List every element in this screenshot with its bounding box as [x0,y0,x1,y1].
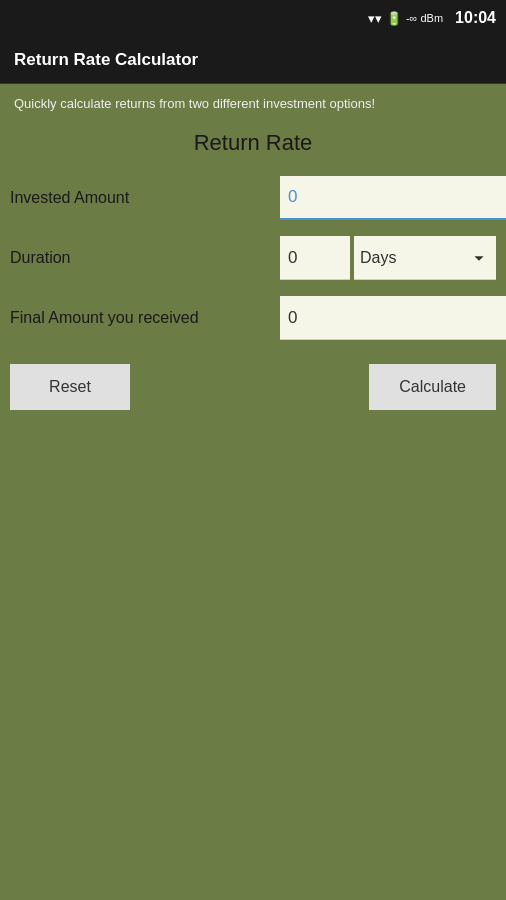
duration-row: Duration Days Weeks Months Years [0,230,506,286]
status-bar: ▾▾ 🔋 -∞ dBm 10:04 [0,0,506,36]
battery-icon: 🔋 [386,11,402,26]
invested-amount-row: Invested Amount [0,170,506,226]
final-amount-label: Final Amount you received [10,309,280,327]
signal-strength: -∞ dBm [406,12,443,24]
duration-label: Duration [10,249,280,267]
duration-inputs: Days Weeks Months Years [280,236,496,280]
subtitle-text: Quickly calculate returns from two diffe… [14,96,375,111]
invested-amount-label: Invested Amount [10,189,280,207]
subtitle-bar: Quickly calculate returns from two diffe… [0,84,506,120]
final-amount-row: Final Amount you received [0,290,506,346]
app-title: Return Rate Calculator [14,50,198,70]
status-icons: ▾▾ 🔋 -∞ dBm [368,11,443,26]
duration-number-input[interactable] [280,236,350,280]
wifi-icon: ▾▾ [368,11,382,26]
invested-amount-input[interactable] [280,176,506,220]
buttons-row: Reset Calculate [0,350,506,424]
calculator-card: Return Rate Invested Amount Duration Day… [0,120,506,434]
title-bar: Return Rate Calculator [0,36,506,84]
calculate-button[interactable]: Calculate [369,364,496,410]
calculator-title: Return Rate [0,130,506,156]
content-area: Quickly calculate returns from two diffe… [0,84,506,434]
duration-unit-select[interactable]: Days Weeks Months Years [354,236,496,280]
reset-button[interactable]: Reset [10,364,130,410]
final-amount-input[interactable] [280,296,506,340]
status-time: 10:04 [455,9,496,27]
